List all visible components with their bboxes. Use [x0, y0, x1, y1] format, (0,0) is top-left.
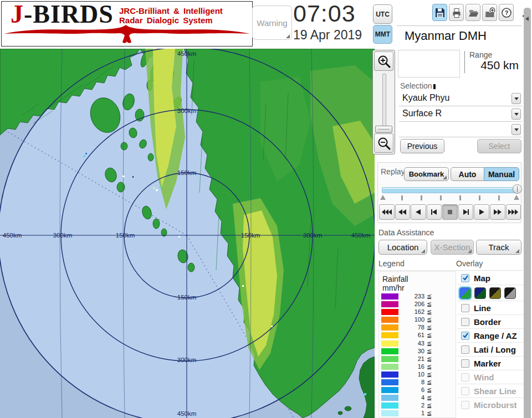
stop-button[interactable] — [442, 204, 458, 220]
select-button[interactable]: Select — [477, 139, 521, 153]
zoom-slider-track[interactable] — [382, 74, 386, 127]
checkbox[interactable] — [461, 274, 469, 282]
option-dropdown-arrow-button[interactable] — [511, 124, 521, 135]
slider-tick — [421, 195, 422, 200]
legend-color-swatch — [381, 395, 398, 401]
less-equal-symbol: ≦ — [427, 355, 432, 363]
ring-label: 450km — [177, 410, 197, 417]
product-dropdown-value: Surface R — [402, 109, 442, 118]
x-section-button[interactable]: X-Section — [431, 240, 474, 255]
overlay-item-label: Shear Line — [474, 386, 516, 396]
radar-map[interactable]: 450km300km150km150km300km450km450km300km… — [0, 49, 375, 418]
replay-slider-track[interactable] — [382, 187, 516, 193]
clock-time: 07:03 — [293, 0, 356, 27]
legend-color-swatch — [381, 379, 398, 385]
play-button[interactable] — [474, 204, 489, 220]
overlay-section-label: Overlay — [456, 259, 483, 268]
rewind-icon — [397, 209, 408, 215]
legend-value: 43 — [400, 340, 424, 347]
legend-value: 21 — [400, 355, 424, 362]
legend-value: 10 — [400, 371, 424, 378]
manual-button[interactable]: Manual — [484, 167, 519, 181]
replay-slider-thumb[interactable] — [513, 184, 522, 194]
checkbox[interactable] — [461, 359, 469, 368]
step-back-icon — [428, 209, 439, 215]
overlay-item-label: Border — [474, 317, 501, 327]
product-dropdown[interactable]: Surface R — [399, 107, 522, 122]
station-title: Myanmar DMH — [405, 29, 487, 43]
ring-label: 300km — [303, 232, 323, 239]
jbirds-app: J-BIRDS JRC-Brilliant & Intelligent Rada… — [0, 0, 532, 418]
clock-date: 19 Apr 2019 — [293, 28, 362, 43]
less-equal-symbol: ≦ — [427, 363, 432, 370]
zoom-out-button[interactable] — [374, 133, 393, 153]
overlay-item-lati-long: Lati / Long — [458, 342, 523, 356]
auto-button[interactable]: Auto — [451, 167, 484, 181]
track-button[interactable]: Track — [476, 240, 521, 255]
option-dropdown[interactable] — [399, 122, 522, 137]
step-back-button[interactable] — [427, 204, 442, 220]
utc-button[interactable]: UTC — [373, 4, 392, 24]
svg-text:?: ? — [504, 9, 508, 16]
range-label: Range — [469, 50, 492, 59]
logo-j: J — [11, 0, 24, 28]
ring-label: 300km — [53, 232, 73, 239]
less-equal-symbol: ≦ — [427, 324, 432, 331]
chevron-down-icon — [514, 113, 519, 116]
legend-color-swatch — [381, 356, 398, 362]
checkbox[interactable] — [461, 332, 469, 340]
checkbox[interactable] — [461, 345, 469, 354]
print-button[interactable] — [449, 4, 464, 21]
overlay-item-label: Range / AZ — [474, 331, 517, 340]
legend-value: 2 — [400, 402, 424, 409]
checkbox[interactable] — [461, 304, 469, 312]
slider-tick — [459, 195, 461, 200]
ring-label: 300km — [177, 357, 197, 363]
mmt-button[interactable]: MMT — [373, 25, 392, 44]
location-button[interactable]: Location — [378, 240, 427, 255]
legend-value: 61 — [400, 332, 424, 338]
fast-forward-button[interactable] — [490, 204, 505, 220]
open-folder-button[interactable] — [466, 4, 480, 21]
fold-corner-icon — [515, 249, 519, 253]
legend-value: 162 — [400, 308, 424, 315]
add-folder-button[interactable] — [482, 4, 497, 21]
panel-edge-strip[interactable] — [524, 8, 531, 418]
overlay-item-label: Marker — [474, 359, 501, 368]
check-icon — [462, 332, 469, 339]
less-equal-symbol: ≦ — [427, 316, 432, 323]
map-style-swatch[interactable] — [474, 287, 486, 299]
play-reverse-button[interactable] — [411, 204, 426, 220]
rewind-button[interactable] — [395, 204, 411, 220]
zoom-slider-thumb[interactable] — [375, 126, 392, 133]
overlay-item-label: Line — [474, 303, 491, 313]
map-style-swatch[interactable] — [504, 287, 516, 299]
print-icon — [451, 7, 462, 18]
less-equal-symbol: ≦ — [427, 301, 432, 308]
legend-color-swatch — [381, 410, 398, 416]
zoom-in-button[interactable] — [374, 51, 393, 71]
rewind-fast-button[interactable] — [379, 204, 395, 220]
bookmark-button[interactable]: Bookmark — [404, 167, 449, 181]
less-equal-symbol: ≦ — [427, 379, 432, 386]
legend-value: 6 — [400, 386, 424, 393]
ring-label: 450km — [3, 232, 22, 239]
step-forward-button[interactable] — [458, 204, 474, 220]
map-style-swatch[interactable] — [489, 287, 501, 299]
legend-value: 233 — [400, 293, 424, 300]
save-button[interactable] — [432, 4, 447, 21]
product-dropdown-arrow-button[interactable] — [511, 109, 521, 120]
site-dropdown[interactable]: Kyauk Phyu — [399, 91, 522, 106]
previous-button[interactable]: Previous — [400, 139, 444, 153]
checkbox[interactable] — [461, 318, 469, 326]
legend-color-swatch — [381, 402, 398, 409]
help-button[interactable]: ? — [499, 4, 514, 21]
fast-forward-max-button[interactable] — [506, 204, 521, 220]
map-style-swatch[interactable] — [459, 287, 471, 299]
toolbar: ? — [432, 4, 514, 21]
overlay-item-marker: Marker — [458, 356, 523, 370]
site-dropdown-arrow-button[interactable] — [511, 93, 521, 104]
header-bar: J-BIRDS JRC-Brilliant & Intelligent Rada… — [0, 0, 532, 49]
legend-value: 1 — [400, 410, 424, 416]
warning-button[interactable]: Warning — [252, 6, 292, 40]
